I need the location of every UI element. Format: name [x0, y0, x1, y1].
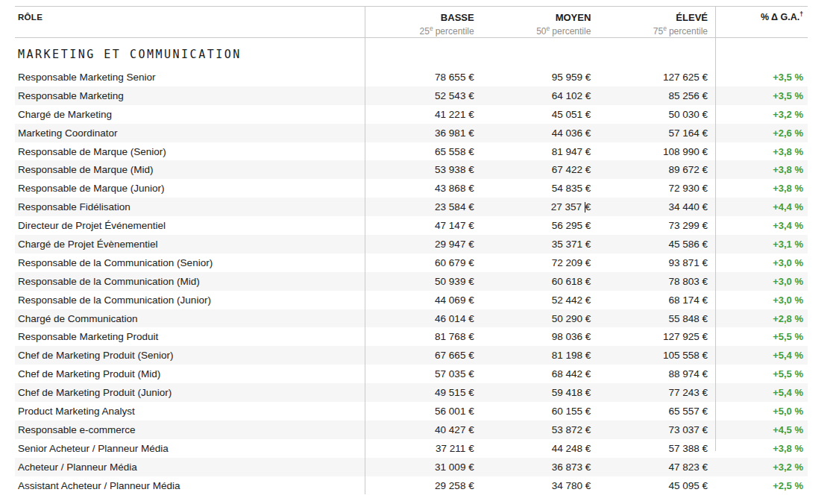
delta-ga-value-cell: +5,0 % [715, 406, 808, 417]
moyen-value: 36 873 € [552, 462, 591, 473]
eleve-value-cell: 88 974 € [598, 368, 715, 379]
basse-value-cell: 57 035 € [365, 368, 482, 379]
delta-ga-value-cell: +3,2 % [715, 109, 808, 120]
column-header-label: MOYEN [482, 12, 591, 24]
moyen-value: 56 295 € [552, 220, 591, 231]
basse-value-cell: 44 069 € [365, 294, 482, 306]
delta-ga-value-cell: +3,1 % [715, 239, 808, 250]
moyen-value: 59 418 € [552, 387, 591, 398]
eleve-value-cell: 108 990 € [598, 146, 715, 157]
delta-ga-value-cell: +3,2 % [715, 462, 808, 473]
salary-table-page: RÔLE BASSE 25epercentile MOYEN 50epercen… [0, 0, 839, 504]
table-body: Responsable Marketing Senior 78 655 € 95… [15, 68, 808, 494]
basse-value-cell: 46 014 € [365, 313, 482, 324]
basse-value-cell: 41 221 € [365, 109, 482, 120]
percentile-number: 75 [653, 26, 663, 37]
table-row: Responsable de Marque (Senior) 65 558 € … [15, 142, 808, 161]
eleve-value-cell: 73 037 € [598, 424, 715, 435]
delta-ga-value-cell: +5,5 % [715, 331, 808, 342]
table-row: Chef de Marketing Produit (Junior) 49 51… [15, 383, 808, 402]
section-title: MARKETING ET COMMUNICATION [15, 45, 242, 61]
moyen-value: 81 947 € [552, 146, 591, 157]
basse-value-cell: 49 515 € [365, 387, 482, 398]
eleve-value-cell: 68 174 € [598, 294, 715, 306]
eleve-value-cell: 55 848 € [598, 313, 715, 324]
role-cell: Chef de Marketing Produit (Senior) [15, 350, 365, 361]
moyen-value: 95 959 € [552, 72, 591, 83]
table-row: Responsable Marketing 52 543 € 64 102 € … [15, 86, 808, 105]
delta-ga-value-cell: +3,4 % [715, 220, 808, 231]
eleve-value-cell: 127 925 € [598, 331, 715, 342]
table-row: Responsable e-commerce 40 427 € 53 872 €… [15, 420, 808, 439]
moyen-value: 50 290 € [552, 313, 591, 324]
delta-ga-value-cell: +3,8 % [715, 164, 808, 175]
moyen-value-cell: 72 209 € [482, 257, 599, 268]
moyen-value-cell: 60 155 € [482, 406, 599, 417]
moyen-value-cell: 44 036 € [482, 127, 599, 139]
basse-value-cell: 67 665 € [365, 350, 482, 361]
basse-value-cell: 65 558 € [365, 146, 482, 157]
eleve-value-cell: 45 095 € [598, 480, 715, 491]
basse-value-cell: 23 584 € [365, 201, 482, 212]
delta-ga-value-cell: +2,5 % [715, 480, 808, 491]
basse-value-cell: 53 938 € [365, 164, 482, 175]
moyen-value: 27 357 [551, 201, 585, 212]
basse-value-cell: 40 427 € [365, 424, 482, 435]
moyen-value-cell: 68 442 € [482, 368, 599, 379]
basse-value-cell: 29 947 € [365, 239, 482, 250]
moyen-value: 60 155 € [552, 406, 591, 417]
column-header-subtitle: 25epercentile [420, 26, 474, 37]
eleve-value-cell: 34 440 € [598, 201, 715, 212]
delta-ga-value-cell: +5,4 % [715, 387, 808, 398]
percentile-sup: e [430, 25, 433, 32]
basse-value-cell: 31 009 € [365, 462, 482, 473]
basse-value-cell: 43 868 € [365, 183, 482, 194]
delta-ga-value-cell: +2,8 % [715, 313, 808, 324]
role-cell: Product Marketing Analyst [15, 406, 365, 417]
moyen-value-cell: 81 198 € [482, 350, 599, 361]
moyen-value-cell: 64 102 € [482, 90, 599, 101]
column-header-label: ÉLEVÉ [598, 12, 708, 24]
role-cell: Responsable Fidélisation [15, 201, 365, 212]
column-header-label: BASSE [365, 12, 474, 24]
moyen-value: 52 442 € [552, 294, 591, 306]
percentile-sup: e [663, 25, 667, 32]
moyen-value-cell: 34 780 € [482, 480, 599, 491]
delta-ga-value-cell: +3,8 % [715, 146, 808, 157]
table-row: Responsable de la Communication (Junior)… [15, 291, 808, 309]
moyen-value-cell: 81 947 € [482, 146, 599, 157]
table-row: Responsable de Marque (Junior) 43 868 € … [15, 179, 808, 198]
column-header-subtitle: 50epercentile [536, 26, 591, 37]
percentile-number: 50 [536, 26, 546, 37]
eleve-value-cell: 57 164 € [598, 127, 715, 139]
eleve-value-cell: 45 586 € [598, 239, 715, 250]
table-row: Responsable Fidélisation 23 584 € 27 357… [15, 198, 808, 216]
role-cell: Responsable de la Communication (Junior) [15, 294, 365, 306]
eleve-value-cell: 73 299 € [598, 220, 715, 231]
moyen-value: 34 780 € [552, 480, 591, 491]
table-row: Senior Acheteur / Planneur Média 37 211 … [15, 439, 808, 458]
moyen-value-cell: 54 835 € [482, 183, 599, 194]
moyen-value: 81 198 € [552, 350, 591, 361]
delta-ga-value-cell: +5,5 % [715, 368, 808, 379]
moyen-value-cell: 98 036 € [482, 331, 599, 342]
eleve-value-cell: 89 672 € [598, 164, 715, 175]
role-cell: Responsable Marketing Senior [15, 72, 365, 83]
delta-ga-value-cell: +3,0 % [715, 257, 808, 268]
column-header-delta-ga: % Δ G.A.† [715, 7, 808, 22]
eleve-value-cell: 47 823 € [598, 462, 715, 473]
table-row: Chargé de Marketing 41 221 € 45 051 € 50… [15, 105, 808, 124]
table-row: Chef de Marketing Produit (Senior) 67 66… [15, 346, 808, 365]
moyen-value: 53 872 € [552, 424, 591, 435]
role-cell: Responsable de Marque (Mid) [15, 164, 365, 175]
role-cell: Responsable e-commerce [15, 424, 365, 435]
moyen-value: 67 422 € [552, 164, 591, 175]
column-header-moyen: MOYEN 50epercentile [482, 7, 599, 37]
moyen-value: 60 618 € [552, 276, 591, 287]
percentile-sup: e [547, 25, 550, 32]
eleve-value-cell: 72 930 € [598, 183, 715, 194]
role-cell: Marketing Coordinator [15, 127, 365, 139]
salary-table: RÔLE BASSE 25epercentile MOYEN 50epercen… [15, 6, 808, 494]
moyen-value: 44 248 € [552, 443, 591, 454]
moyen-value-cell: 60 618 € [482, 276, 599, 287]
